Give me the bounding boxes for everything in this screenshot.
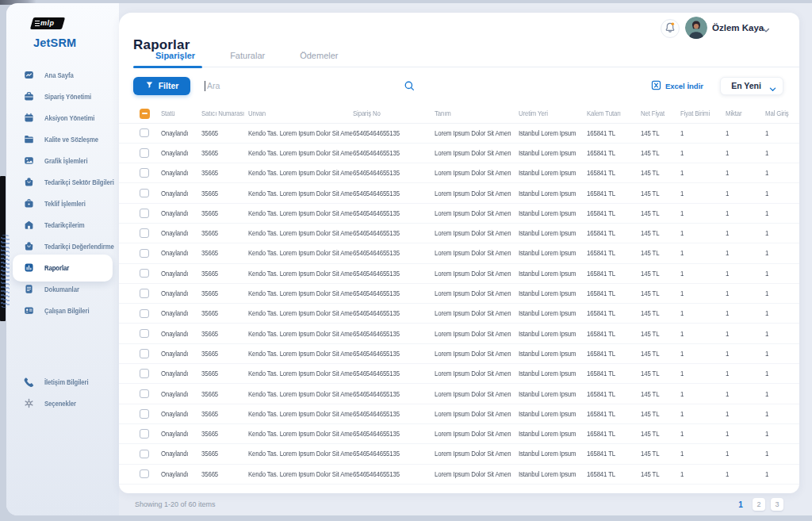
table-row[interactable]: Onaylandı35665Kendo Tas. Lorem Ipsum Dol…	[119, 143, 799, 163]
calendar-icon	[24, 113, 34, 123]
column-header-kalem-tutari: Kalem Tutarı	[587, 105, 641, 123]
cell-net-fiyat: 145 TL	[641, 283, 680, 303]
column-header-uretim-yeri: Uretim Yeri	[519, 105, 587, 123]
row-checkbox[interactable]	[140, 349, 149, 358]
row-select-cell	[119, 223, 161, 243]
row-checkbox[interactable]	[140, 228, 149, 238]
table-row[interactable]: Onaylandı35665Kendo Tas. Lorem Ipsum Dol…	[119, 283, 799, 303]
row-checkbox[interactable]	[140, 329, 149, 339]
magnifier-icon[interactable]	[404, 80, 416, 92]
tab-siparisler[interactable]: Siparişler	[155, 44, 195, 67]
row-checkbox[interactable]	[140, 168, 149, 178]
cell-fiyat-birimi: 1	[680, 223, 726, 243]
table-row[interactable]: Onaylandı35665Kendo Tas. Lorem Ipsum Dol…	[119, 263, 799, 283]
sidebar-item-tedarikcilerim[interactable]: Tedarikçilerim	[6, 214, 119, 236]
table-row[interactable]: Onaylandı35665Kendo Tas. Lorem Ipsum Dol…	[119, 163, 799, 183]
cell-siparis-no: 65465464655135	[353, 464, 435, 484]
table-row[interactable]: Onaylandı35665Kendo Tas. Lorem Ipsum Dol…	[119, 343, 799, 363]
cell-satici-numarasi: 35665	[201, 324, 248, 343]
table-row[interactable]: Onaylandı35665Kendo Tas. Lorem Ipsum Dol…	[119, 404, 799, 423]
row-checkbox[interactable]	[140, 450, 149, 459]
cell-unvan: Kendo Tas. Lorem Ipsum Dolor Sit Amen	[248, 384, 353, 404]
filter-button[interactable]: Filter	[133, 77, 190, 95]
cell-siparis-no: 65465464655135	[353, 324, 435, 343]
page-button-3[interactable]: 3	[771, 498, 783, 511]
sidebar-item-label: Grafik İşlemleri	[44, 157, 87, 165]
sidebar-item-teklif-islemleri[interactable]: Teklif İşlemleri	[6, 193, 119, 214]
cell-mal-giris: 1	[765, 283, 799, 303]
sidebar-item-secenekler[interactable]: Seçenekler	[6, 393, 119, 414]
row-checkbox[interactable]	[140, 289, 149, 298]
table-row[interactable]: Onaylandı35665Kendo Tas. Lorem Ipsum Dol…	[119, 243, 799, 263]
sidebar-item-ana-sayfa[interactable]: Ana Sayfa	[6, 64, 119, 86]
notifications-button[interactable]	[661, 19, 680, 38]
sidebar-item-label: Aksiyon Yönetimi	[44, 114, 94, 122]
row-checkbox[interactable]	[140, 389, 149, 399]
dashboard-icon	[24, 70, 34, 80]
user-avatar[interactable]	[685, 17, 707, 39]
table-row[interactable]: Onaylandı35665Kendo Tas. Lorem Ipsum Dol…	[119, 464, 799, 484]
sidebar-item-calisan-bilgileri[interactable]: Çalışan Bilgileri	[6, 300, 119, 321]
user-name[interactable]: Özlem Kaya	[712, 23, 764, 33]
row-checkbox[interactable]	[140, 429, 149, 439]
cell-satici-numarasi: 35665	[201, 203, 248, 223]
cell-net-fiyat: 145 TL	[641, 143, 680, 163]
row-checkbox[interactable]	[140, 209, 149, 218]
table-header: StatüSatıcı NumarasıUnvanSipariş NoTanım…	[119, 105, 799, 123]
select-all-checkbox[interactable]	[140, 109, 150, 119]
row-checkbox[interactable]	[140, 148, 149, 158]
cell-fiyat-birimi: 1	[680, 263, 726, 283]
cell-mal-giris: 1	[765, 404, 799, 423]
sidebar-item-tedarikci-sektor-bilgileri[interactable]: Tedarikçi Sektör Bilgileri	[6, 171, 119, 193]
sidebar-item-siparis-yonetimi[interactable]: Sipariş Yönetimi	[6, 86, 119, 107]
orders-table-wrap: StatüSatıcı NumarasıUnvanSipariş NoTanım…	[119, 105, 799, 493]
cell-net-fiyat: 145 TL	[641, 404, 680, 423]
sidebar-item-kalite-ve-sozlesme[interactable]: Kalite ve Sözleşme	[6, 128, 119, 150]
row-select-cell	[119, 283, 161, 303]
row-checkbox[interactable]	[140, 469, 149, 479]
user-menu-chevron-down-icon[interactable]	[761, 24, 771, 33]
table-row[interactable]: Onaylandı35665Kendo Tas. Lorem Ipsum Dol…	[119, 364, 799, 384]
table-row[interactable]: Onaylandı35665Kendo Tas. Lorem Ipsum Dol…	[119, 444, 799, 464]
cell-mal-giris: 1	[765, 364, 799, 384]
column-header-satici-numarasi: Satıcı Numarası	[201, 105, 248, 123]
page-button-2[interactable]: 2	[753, 498, 765, 511]
sort-dropdown-value: En Yeni	[731, 81, 761, 90]
cell-mal-giris: 1	[765, 304, 799, 324]
sidebar-item-aksiyon-yonetimi[interactable]: Aksiyon Yönetimi	[6, 107, 119, 128]
table-row[interactable]: Onaylandı35665Kendo Tas. Lorem Ipsum Dol…	[119, 123, 799, 143]
table-row[interactable]: Onaylandı35665Kendo Tas. Lorem Ipsum Dol…	[119, 203, 799, 223]
tab-odemeler[interactable]: Ödemeler	[300, 44, 338, 67]
row-checkbox[interactable]	[140, 269, 149, 278]
row-checkbox[interactable]	[140, 189, 149, 198]
sidebar-item-grafik-islemleri[interactable]: Grafik İşlemleri	[6, 150, 119, 171]
cell-fiyat-birimi: 1	[680, 423, 726, 443]
cell-siparis-no: 65465464655135	[353, 364, 435, 384]
row-checkbox[interactable]	[140, 128, 149, 138]
table-row[interactable]: Onaylandı35665Kendo Tas. Lorem Ipsum Dol…	[119, 223, 799, 243]
sidebar-item-dokumanlar[interactable]: Dokumanlar	[6, 278, 119, 300]
table-row[interactable]: Onaylandı35665Kendo Tas. Lorem Ipsum Dol…	[119, 324, 799, 343]
cell-kalem-tutari: 165841 TL	[587, 404, 641, 423]
search-input[interactable]	[198, 77, 420, 95]
excel-download-button[interactable]: Excel İndir	[646, 79, 708, 93]
table-row[interactable]: Onaylandı35665Kendo Tas. Lorem Ipsum Dol…	[119, 183, 799, 203]
cell-satici-numarasi: 35665	[201, 304, 248, 324]
table-row[interactable]: Onaylandı35665Kendo Tas. Lorem Ipsum Dol…	[119, 304, 799, 324]
sort-dropdown[interactable]: En Yeni	[720, 77, 783, 95]
cell-uretim-yeri: Istanbul Lorem Ipsum	[519, 203, 587, 223]
row-checkbox[interactable]	[140, 369, 149, 378]
sidebar-item-iletisim-bilgileri[interactable]: İletişim Bilgileri	[6, 371, 119, 393]
cell-kalem-tutari: 165841 TL	[587, 283, 641, 303]
page-button-1[interactable]: 1	[734, 498, 747, 511]
sidebar-item-tedarikci-degerlendirme[interactable]: Tedarikçi Değerlendirme	[6, 236, 119, 257]
sidebar-item-raporlar[interactable]: Raporlar	[13, 255, 113, 282]
cell-fiyat-birimi: 1	[680, 283, 726, 303]
tab-faturalar[interactable]: Faturalar	[230, 44, 265, 67]
row-checkbox[interactable]	[140, 309, 149, 319]
table-row[interactable]: Onaylandı35665Kendo Tas. Lorem Ipsum Dol…	[119, 384, 799, 404]
table-row[interactable]: Onaylandı35665Kendo Tas. Lorem Ipsum Dol…	[119, 423, 799, 443]
row-checkbox[interactable]	[140, 409, 149, 419]
row-checkbox[interactable]	[140, 249, 149, 259]
sidebar-item-label: Kalite ve Sözleşme	[44, 136, 98, 144]
